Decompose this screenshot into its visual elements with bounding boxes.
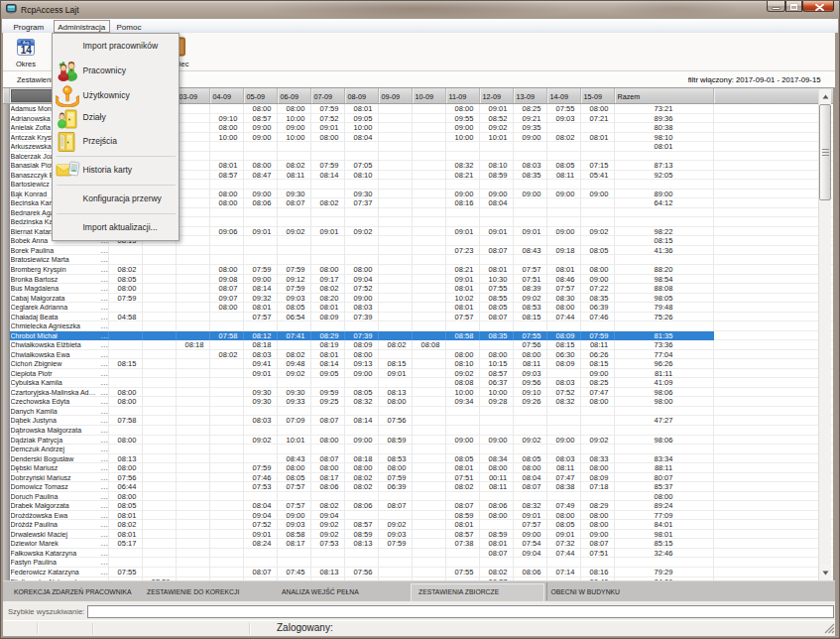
svg-text:14: 14 xyxy=(21,44,33,55)
